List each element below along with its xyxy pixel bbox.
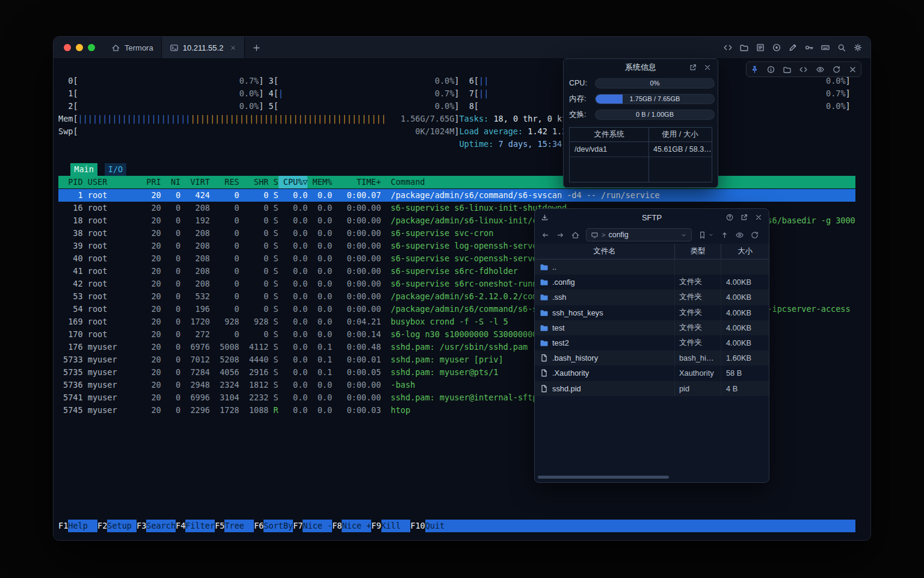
column-virt: VIRT xyxy=(180,176,210,188)
sftp-file-row[interactable]: test2文件夹4.00KB xyxy=(535,335,769,350)
cpu-value: 0% xyxy=(596,79,714,88)
process-row[interactable]: 1 root20042400S0.00.00:00.07/package/adm… xyxy=(58,189,855,202)
process-table-header[interactable]: PID USERPRINIVIRTRESSHRSCPU%▽MEM%TIME+Co… xyxy=(58,176,855,188)
info-icon[interactable] xyxy=(766,65,775,74)
new-tab-button[interactable] xyxy=(245,37,268,58)
cpu-gauge: 0% xyxy=(595,78,715,89)
close-sftp-icon[interactable] xyxy=(754,213,763,222)
column-res: RES xyxy=(210,176,239,188)
sftp-title: SFTP xyxy=(642,213,662,222)
code-icon[interactable] xyxy=(723,43,733,52)
sftp-file-row[interactable]: ssh_host_keys文件夹4.00KB xyxy=(535,305,769,320)
folder-icon[interactable] xyxy=(739,43,749,52)
memory-meter: Mem[||||||||||||||||||||||||||||||||||||… xyxy=(58,113,460,125)
close-icon[interactable] xyxy=(848,65,857,74)
home-icon xyxy=(111,43,120,52)
column-pid: PID xyxy=(58,176,83,188)
column-user: USER xyxy=(88,176,137,188)
close-tab-icon[interactable] xyxy=(230,45,236,51)
sftp-file-row[interactable]: .ssh文件夹4.00KB xyxy=(535,290,769,305)
htop-screen-tab[interactable]: Main xyxy=(70,163,97,176)
eye-icon[interactable] xyxy=(816,65,825,74)
mem-tasks-row: Mem[||||||||||||||||||||||||||||||||||||… xyxy=(58,113,855,125)
download-icon[interactable] xyxy=(541,209,549,226)
close-panel-icon[interactable] xyxy=(703,63,712,72)
tab-host-10-211-55-2[interactable]: 10.211.55.2 xyxy=(161,37,245,58)
search-icon[interactable] xyxy=(837,43,846,52)
refresh-icon[interactable] xyxy=(832,65,841,74)
back-icon[interactable] xyxy=(541,231,550,240)
open-in-window-icon[interactable] xyxy=(689,63,697,72)
column-type[interactable]: 类型 xyxy=(674,244,721,259)
cpu-gauge-row: CPU: 0% xyxy=(564,75,718,91)
upload-icon[interactable] xyxy=(720,231,729,240)
pencil-icon[interactable] xyxy=(788,43,798,52)
fkey-button[interactable]: F7Nice - xyxy=(293,520,332,532)
fkey-button[interactable]: F6SortBy xyxy=(254,520,293,532)
pin-icon[interactable] xyxy=(750,65,759,74)
zoom-window-button[interactable] xyxy=(88,44,95,51)
sftp-file-row[interactable]: test文件夹4.00KB xyxy=(535,320,769,335)
sftp-file-row[interactable]: .bash_historybash_hi…1.60KB xyxy=(535,350,769,365)
swap-label: 交换: xyxy=(569,110,595,120)
sftp-titlebar: SFTP xyxy=(535,209,769,226)
column-ni: NI xyxy=(161,176,181,188)
journal-icon[interactable] xyxy=(756,43,765,52)
column-filename[interactable]: 文件名 xyxy=(535,244,674,259)
swap-load-row: Swp[0K/1024M]Load average:1.42 1.25 1.10 xyxy=(58,125,855,138)
panel-quick-toolbar xyxy=(746,61,861,77)
fkey-button[interactable]: F10Quit xyxy=(410,520,454,532)
cpu-meter-2: 2[0.0%] xyxy=(68,100,263,113)
folder-fill-icon xyxy=(540,308,549,317)
sftp-file-row[interactable]: sshd.pidpid4 B xyxy=(535,381,769,396)
column-size[interactable]: 大小 xyxy=(721,244,769,259)
filesystem-table: 文件系统 使用 / 大小 /dev/vda145.61GB / 58.3… xyxy=(569,127,712,182)
sftp-file-list: ...config文件夹4.00KB.ssh文件夹4.00KBssh_host_… xyxy=(535,259,769,396)
fkey-button[interactable]: F8Nice + xyxy=(332,520,371,532)
filesystem-table-header: 文件系统 使用 / 大小 xyxy=(570,128,712,142)
sftp-table-header[interactable]: 文件名 类型 大小 xyxy=(535,244,769,259)
cpu-meter-5: 5[0.0%] xyxy=(268,100,459,113)
current-directory: config xyxy=(608,231,677,239)
record-icon[interactable] xyxy=(772,43,781,52)
sftp-file-row[interactable]: .XauthorityXauthority58 B xyxy=(535,365,769,381)
close-window-button[interactable] xyxy=(64,44,71,51)
horizontal-scrollbar[interactable] xyxy=(538,476,669,479)
minimize-window-button[interactable] xyxy=(76,44,83,51)
sftp-toolbar: > config xyxy=(535,226,769,244)
filesystem-row[interactable]: /dev/vda145.61GB / 58.3… xyxy=(570,142,712,157)
sftp-file-row[interactable]: .config文件夹4.00KB xyxy=(535,275,769,290)
open-in-window-icon[interactable] xyxy=(740,213,748,222)
fkey-button[interactable]: F1Help xyxy=(58,520,97,532)
folder-icon[interactable] xyxy=(783,65,792,74)
cpu-meter-3: 3[0.0%] xyxy=(268,75,459,87)
fkey-button[interactable]: F3Search xyxy=(137,520,176,532)
help-icon[interactable] xyxy=(725,213,734,222)
path-breadcrumb[interactable]: > config xyxy=(586,228,692,241)
fkey-button[interactable]: F2Setup xyxy=(97,520,137,532)
fkey-button[interactable]: F5Tree xyxy=(215,520,254,532)
show-hidden-icon[interactable] xyxy=(735,231,744,240)
bookmark-icon xyxy=(698,231,707,240)
bookmark-control[interactable] xyxy=(698,231,714,240)
key-icon[interactable] xyxy=(804,43,814,52)
htop-screen-tab[interactable]: I/O xyxy=(105,163,126,176)
tab-termora[interactable]: Termora xyxy=(103,37,161,58)
keyboard-icon[interactable] xyxy=(821,43,830,52)
file-icon xyxy=(540,384,549,393)
fkey-button[interactable]: F4Filter xyxy=(176,520,215,532)
folder-fill-icon xyxy=(540,338,549,347)
fkey-button[interactable]: F9Kill xyxy=(371,520,410,532)
sftp-file-row[interactable]: .. xyxy=(535,259,769,275)
home-dir-icon[interactable] xyxy=(571,231,580,240)
root-icon xyxy=(591,231,599,239)
chevron-down-icon[interactable] xyxy=(680,232,687,238)
htop-screen-tabs: MainI/O xyxy=(70,163,134,176)
forward-icon[interactable] xyxy=(556,231,565,240)
code-icon[interactable] xyxy=(799,65,808,74)
settings-icon[interactable] xyxy=(853,43,863,52)
refresh-icon[interactable] xyxy=(750,231,759,240)
cpu-meter-row-3: 2[0.0%]5[0.0%]8[0.0%] xyxy=(58,100,855,113)
terminal-icon xyxy=(170,43,179,52)
file-icon xyxy=(540,368,549,378)
